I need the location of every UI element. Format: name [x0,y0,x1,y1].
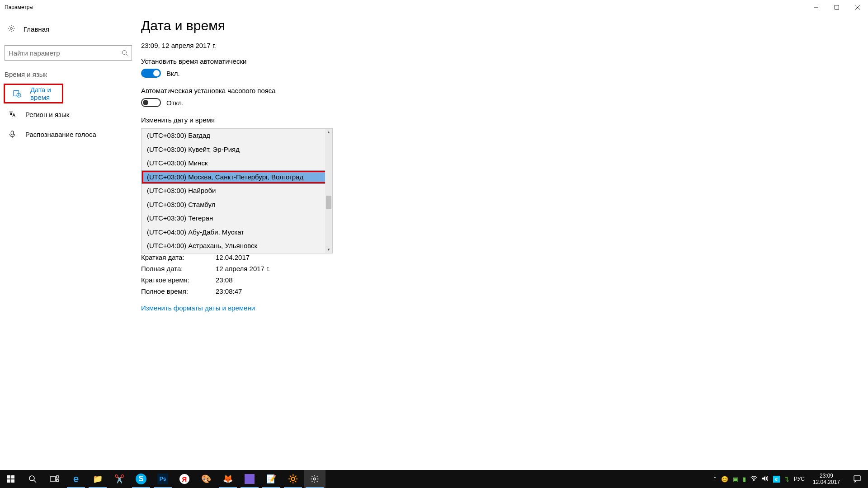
sidebar: Главная Время и язык Дата и время Регион… [0,14,140,470]
page-title: Дата и время [141,18,868,33]
svg-rect-18 [57,479,58,482]
auto-time-state: Вкл. [166,70,180,77]
taskbar-app-yandex[interactable]: Я [174,470,195,488]
format-key: Полная дата: [141,265,216,272]
sidebar-item-date-time[interactable]: Дата и время [4,84,63,103]
svg-rect-13 [11,479,14,483]
svg-rect-21 [854,476,860,481]
microphone-icon [8,130,16,138]
format-value: 12.04.2017 [216,253,250,261]
tray-icon[interactable]: 😊 [721,476,728,483]
timezone-option[interactable]: (UTC+04:00) Абу-Даби, Мускат [142,225,332,239]
timezone-option[interactable]: (UTC+03:00) Багдад [142,129,332,143]
change-formats-link[interactable]: Изменить форматы даты и времени [141,304,255,312]
titlebar: Параметры [0,0,868,14]
auto-tz-state: Откл. [166,99,184,107]
timezone-option-selected[interactable]: (UTC+03:00) Москва, Санкт-Петербург, Вол… [142,170,332,184]
auto-time-toggle[interactable] [141,69,161,78]
format-key: Краткая дата: [141,253,216,261]
format-value: 12 апреля 2017 г. [216,265,270,272]
auto-tz-toggle[interactable] [141,98,161,107]
timezone-option[interactable]: (UTC+03:00) Найроби [142,184,332,198]
tray-network-icon[interactable]: ⇅ [784,476,789,483]
taskbar-app-edge[interactable]: e [65,470,87,488]
taskbar-app-snip[interactable]: ✂️ [108,470,130,488]
task-view-button[interactable] [43,470,65,488]
sidebar-item-speech[interactable]: Распознавание голоса [0,124,140,144]
sidebar-item-label: Регион и язык [25,111,69,118]
format-value: 23:08:47 [216,287,242,295]
svg-point-4 [10,27,13,29]
svg-point-20 [754,480,755,481]
svg-rect-16 [50,477,56,481]
svg-rect-10 [7,475,10,479]
scroll-down-icon[interactable]: ▼ [325,247,332,253]
taskbar-app-paint[interactable]: 🎨 [195,470,217,488]
tray-onedrive-icon[interactable]: ▣ [733,476,738,483]
timezone-option[interactable]: (UTC+03:00) Минск [142,156,332,170]
svg-point-14 [29,476,34,481]
timezone-dropdown[interactable]: (UTC+03:00) Багдад (UTC+03:00) Кувейт, Э… [141,128,333,253]
svg-rect-11 [11,475,14,479]
sidebar-item-label: Распознавание голоса [25,131,96,138]
gear-icon [7,24,15,34]
taskbar-app-explorer[interactable]: 📁 [87,470,108,488]
tray-volume-icon[interactable] [762,475,769,483]
change-datetime-label: Изменить дату и время [141,116,868,124]
taskbar-app-photoshop[interactable]: Ps [152,470,174,488]
start-button[interactable] [0,470,22,488]
scroll-up-icon[interactable]: ▲ [325,129,332,135]
sidebar-item-region-language[interactable]: Регион и язык [0,104,140,124]
taskbar: e 📁 ✂️ S Ps Я 🎨 🦊 📝 🔆 ˄ 😊 ▣ ▮ e ⇅ РУС 23… [0,470,868,488]
svg-rect-12 [7,479,10,483]
svg-point-5 [123,51,127,55]
svg-point-19 [314,478,316,480]
svg-rect-17 [57,476,58,478]
svg-rect-9 [11,131,13,135]
format-key: Краткое время: [141,276,216,284]
format-key: Полное время: [141,287,216,295]
language-icon [8,110,16,118]
svg-line-6 [126,54,128,56]
tray-app-icon[interactable]: e [773,476,780,483]
sidebar-home[interactable]: Главная [0,19,140,39]
timezone-option[interactable]: (UTC+03:00) Кувейт, Эр-Рияд [142,143,332,157]
format-value: 23:08 [216,276,233,284]
taskbar-clock[interactable]: 23:09 12.04.2017 [809,473,844,485]
sidebar-home-label: Главная [24,25,49,33]
search-input[interactable] [9,49,122,57]
window-title: Параметры [5,4,33,10]
svg-rect-1 [835,5,839,9]
taskbar-app-firefox[interactable]: 🦊 [217,470,239,488]
tray-security-icon[interactable]: ▮ [743,476,746,483]
tray-wifi-icon[interactable] [750,476,757,483]
timezone-option[interactable]: (UTC+04:00) Астрахань, Ульяновск [142,239,332,253]
taskbar-app-skype[interactable]: S [130,470,152,488]
svg-line-15 [34,480,36,483]
sidebar-group-title: Время и язык [0,61,140,82]
timezone-option[interactable]: (UTC+03:30) Тегеран [142,211,332,225]
timezone-option[interactable]: (UTC+03:00) Стамбул [142,198,332,212]
current-datetime: 23:09, 12 апреля 2017 г. [141,42,868,49]
taskbar-app-settings[interactable] [304,470,326,488]
maximize-button[interactable] [826,0,847,14]
close-button[interactable] [847,0,868,14]
dropdown-scrollbar[interactable]: ▲ ▼ [325,129,332,253]
search-input-container[interactable] [5,45,132,61]
main-content: Дата и время 23:09, 12 апреля 2017 г. Ус… [140,14,868,470]
sidebar-item-label: Дата и время [30,86,62,101]
search-icon [122,50,128,56]
action-center-button[interactable] [848,475,866,483]
minimize-button[interactable] [806,0,826,14]
calendar-clock-icon [13,89,21,98]
taskbar-app-notepadpp[interactable]: 📝 [260,470,282,488]
taskbar-app-yellow[interactable]: 🔆 [282,470,304,488]
clock-date: 12.04.2017 [813,479,840,485]
taskbar-search-button[interactable] [22,470,43,488]
taskbar-app-purple[interactable] [239,470,260,488]
tray-language[interactable]: РУС [794,476,805,482]
scroll-thumb[interactable] [326,196,331,209]
tray-chevron-up-icon[interactable]: ˄ [713,476,717,483]
auto-tz-label: Автоматическая установка часового пояса [141,87,868,94]
system-tray: ˄ 😊 ▣ ▮ e ⇅ РУС 23:09 12.04.2017 [713,470,868,488]
